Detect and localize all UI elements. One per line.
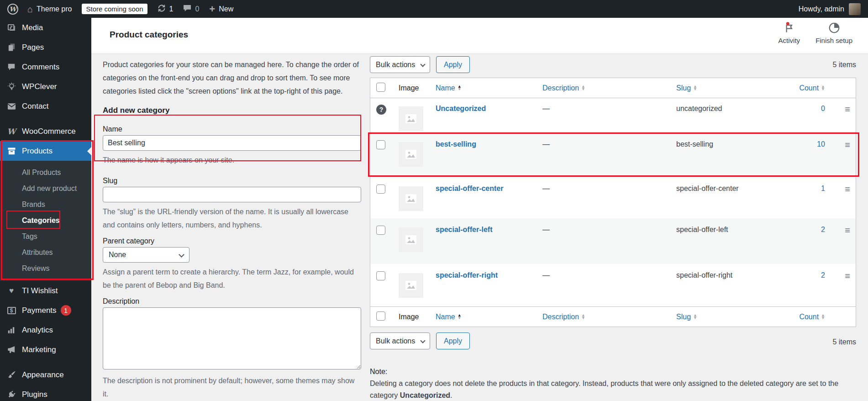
row-checkbox[interactable] bbox=[376, 271, 385, 280]
account-menu[interactable]: Howdy, admin bbox=[799, 3, 861, 15]
category-count-link[interactable]: 2 bbox=[821, 271, 825, 279]
sidebar-item-analytics[interactable]: Analytics bbox=[0, 320, 91, 340]
sidebar-item-appearance[interactable]: Appearance bbox=[0, 365, 91, 385]
new-content-link[interactable]: + New bbox=[209, 4, 233, 14]
sidebar-item-woocommerce[interactable]: W WooCommerce bbox=[0, 121, 91, 141]
sidebar-label: Plugins bbox=[22, 390, 47, 399]
sidebar-label: Appearance bbox=[22, 370, 64, 380]
updates-link[interactable]: 1 bbox=[158, 4, 174, 14]
column-header-name[interactable]: Name▲▼ bbox=[436, 313, 462, 321]
column-header-count[interactable]: Count▲▼ bbox=[799, 313, 825, 321]
column-header-image: Image bbox=[399, 84, 436, 92]
name-help-text: The name is how it appears on your site. bbox=[103, 153, 361, 167]
items-count-top: 5 items bbox=[832, 61, 856, 69]
table-row-special-offer-center: special-offer-center — special-offer-cen… bbox=[370, 177, 856, 218]
column-header-count[interactable]: Count▲▼ bbox=[799, 84, 825, 92]
heart-icon: ♥ bbox=[6, 286, 16, 295]
sidebar-item-marketing[interactable]: Marketing bbox=[0, 340, 91, 359]
row-checkbox[interactable] bbox=[376, 226, 385, 235]
add-new-category-heading: Add new category bbox=[103, 106, 361, 115]
row-actions-icon[interactable]: ≡ bbox=[845, 105, 856, 114]
sidebar-item-brands[interactable]: Brands bbox=[0, 196, 91, 212]
add-category-form: Product categories for your store can be… bbox=[103, 58, 361, 401]
category-name-link[interactable]: special-offer-center bbox=[436, 185, 504, 192]
column-header-slug[interactable]: Slug▲▼ bbox=[676, 84, 697, 92]
description-help-text: The description is not prominent by defa… bbox=[103, 374, 361, 401]
sidebar-item-products[interactable]: Products bbox=[0, 141, 91, 161]
description-textarea[interactable] bbox=[103, 307, 361, 369]
category-name-link[interactable]: Uncategorized bbox=[436, 105, 486, 112]
finish-setup-label: Finish setup bbox=[815, 37, 852, 44]
sidebar-item-reviews[interactable]: Reviews bbox=[0, 260, 91, 276]
setup-progress-icon bbox=[828, 22, 840, 36]
chevron-down-icon bbox=[420, 338, 425, 343]
column-header-name[interactable]: Name▲▼ bbox=[436, 84, 462, 92]
slug-label: Slug bbox=[103, 177, 361, 185]
category-name-link[interactable]: special-offer-right bbox=[436, 271, 498, 279]
parent-category-select[interactable]: None bbox=[103, 247, 189, 263]
coming-soon-badge[interactable]: Store coming soon bbox=[82, 4, 147, 14]
sidebar-item-payments[interactable]: $ Payments 1 bbox=[0, 301, 91, 320]
sidebar-label: WPClever bbox=[22, 82, 57, 91]
admin-bar: W ⌂ Theme pro Store coming soon 1 0 + Ne… bbox=[0, 0, 868, 18]
select-all-checkbox[interactable] bbox=[376, 311, 385, 321]
column-header-description[interactable]: Description▲▼ bbox=[542, 313, 585, 321]
sidebar-item-wpclever[interactable]: WPClever bbox=[0, 77, 91, 96]
finish-setup-button[interactable]: Finish setup bbox=[815, 22, 852, 44]
parent-category-value: None bbox=[109, 251, 126, 259]
payments-icon: $ bbox=[6, 307, 16, 314]
category-description: — bbox=[542, 271, 676, 280]
bulk-actions-value: Bulk actions bbox=[376, 337, 415, 345]
column-header-description[interactable]: Description▲▼ bbox=[542, 84, 585, 92]
activity-button[interactable]: Activity bbox=[779, 22, 800, 44]
sidebar-item-tags[interactable]: Tags bbox=[0, 228, 91, 244]
comments-link[interactable]: 0 bbox=[183, 5, 199, 14]
sidebar-item-categories[interactable]: Categories bbox=[0, 212, 91, 228]
sidebar-item-plugins[interactable]: Plugins bbox=[0, 385, 91, 401]
avatar bbox=[849, 3, 861, 15]
default-category-info-icon[interactable]: ? bbox=[376, 105, 386, 115]
sidebar-item-comments[interactable]: Comments bbox=[0, 57, 91, 77]
category-name-link[interactable]: best-selling bbox=[436, 140, 476, 148]
chevron-down-icon bbox=[420, 62, 425, 67]
sidebar-item-contact[interactable]: Contact bbox=[0, 96, 91, 116]
category-image-placeholder bbox=[399, 186, 423, 211]
category-count-link[interactable]: 2 bbox=[821, 226, 825, 233]
bulk-actions-select[interactable]: Bulk actions bbox=[370, 332, 430, 349]
sidebar-item-attributes[interactable]: Attributes bbox=[0, 244, 91, 260]
category-slug: special-offer-right bbox=[676, 271, 804, 280]
category-count-link[interactable]: 1 bbox=[821, 185, 825, 192]
category-slug: special-offer-center bbox=[676, 185, 804, 193]
bulk-actions-select[interactable]: Bulk actions bbox=[370, 56, 430, 73]
site-name-link[interactable]: ⌂ Theme pro bbox=[27, 5, 72, 14]
megaphone-icon bbox=[6, 346, 16, 354]
row-checkbox[interactable] bbox=[376, 185, 385, 194]
slug-input[interactable] bbox=[103, 187, 361, 202]
row-actions-icon[interactable]: ≡ bbox=[845, 226, 856, 235]
note-text: Note: Deleting a category does not delet… bbox=[370, 366, 856, 401]
site-name-label: Theme pro bbox=[37, 5, 72, 13]
select-all-checkbox[interactable] bbox=[376, 83, 385, 92]
apply-button[interactable]: Apply bbox=[436, 56, 470, 73]
sidebar-label: Comments bbox=[22, 63, 59, 72]
sidebar-item-add-new-product[interactable]: Add new product bbox=[0, 180, 91, 196]
category-count-link[interactable]: 0 bbox=[821, 105, 825, 112]
plus-icon: + bbox=[209, 4, 215, 14]
name-input[interactable] bbox=[103, 135, 361, 151]
sidebar-item-media[interactable]: Media bbox=[0, 18, 91, 37]
envelope-icon bbox=[6, 103, 16, 110]
apply-button[interactable]: Apply bbox=[436, 332, 470, 349]
sidebar-item-ti-wishlist[interactable]: ♥ TI Wishlist bbox=[0, 281, 91, 301]
wordpress-logo-icon[interactable]: W bbox=[7, 4, 18, 15]
row-actions-icon[interactable]: ≡ bbox=[845, 271, 856, 280]
column-header-slug[interactable]: Slug▲▼ bbox=[676, 313, 697, 321]
row-checkbox[interactable] bbox=[376, 140, 385, 149]
slug-help-text: The “slug” is the URL-friendly version o… bbox=[103, 205, 361, 232]
sidebar-item-pages[interactable]: Pages bbox=[0, 37, 91, 57]
sidebar-label: Pages bbox=[22, 43, 44, 52]
row-actions-icon[interactable]: ≡ bbox=[845, 185, 856, 194]
category-count-link[interactable]: 10 bbox=[817, 140, 825, 148]
row-actions-icon[interactable]: ≡ bbox=[845, 140, 856, 149]
category-name-link[interactable]: special-offer-left bbox=[436, 226, 492, 233]
sidebar-item-all-products[interactable]: All Products bbox=[0, 164, 91, 180]
